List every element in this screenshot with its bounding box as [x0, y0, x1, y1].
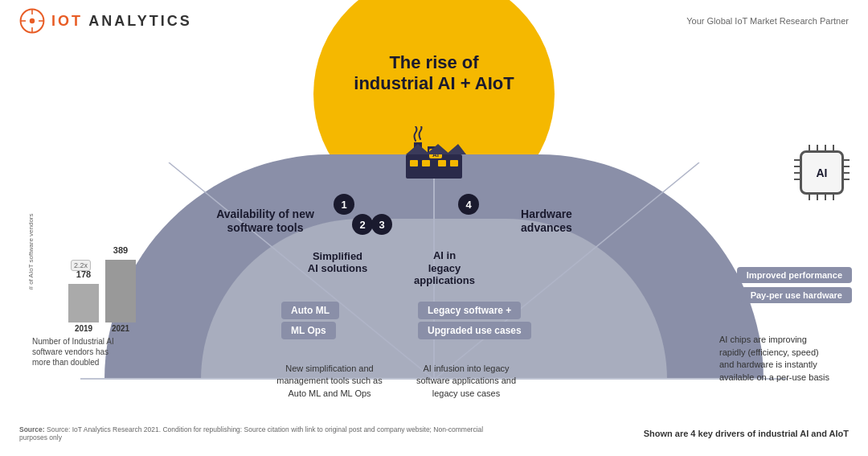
main-title: The rise of industrial AI + AIoT: [321, 52, 547, 95]
legacy-tag: Legacy software +: [418, 302, 521, 319]
automl-tag: Auto ML: [281, 302, 339, 319]
hardware-desc: AI chips are improvingrapidly (efficienc…: [719, 334, 856, 384]
badge-1: 1: [334, 194, 354, 215]
ai-chip-icon: AI: [800, 150, 844, 195]
section2-desc: New simplification andmanagement tools s…: [265, 363, 394, 400]
main-area: The rise of industrial AI + AIoT AI: [0, 38, 868, 448]
section1-label: Availability of newsoftware tools: [201, 207, 330, 235]
svg-rect-12: [450, 160, 458, 166]
title-line1: The rise of: [389, 52, 478, 72]
svg-rect-11: [438, 160, 446, 166]
logo-area: IOT ANALYTICS: [19, 8, 192, 34]
logo-icon: [19, 8, 45, 34]
bar2-value: 389: [105, 245, 136, 255]
section2-label: SimplifiedAI solutions: [285, 250, 390, 275]
bar2-year: 2021: [105, 324, 136, 333]
footer-note: Shown are 4 key drivers of industrial AI…: [644, 429, 849, 438]
badge-2: 2: [352, 214, 373, 235]
ai-chip-area: AI: [800, 150, 844, 199]
chart-desc: Number of Industrial AIsoftware vendors …: [24, 336, 185, 368]
section3-desc: AI infusion into legacysoftware applicat…: [402, 363, 530, 400]
svg-marker-15: [406, 144, 430, 154]
ai-chip-text: AI: [817, 166, 828, 179]
title-line2: industrial AI + AIoT: [354, 73, 514, 93]
svg-point-1: [30, 18, 35, 23]
section4-label: Hardwareadvances: [498, 207, 595, 235]
mlops-tag: ML Ops: [281, 322, 336, 339]
section3-label: AI inlegacyapplications: [392, 249, 497, 287]
upgraded-tag: Upgraded use cases: [418, 322, 531, 339]
svg-marker-17: [446, 144, 466, 154]
payper-tag: Pay-per use hardware: [741, 287, 852, 303]
improved-tag: Improved performance: [737, 267, 852, 283]
footer: Source: Source: IoT Analytics Research 2…: [19, 425, 849, 442]
svg-rect-9: [410, 160, 418, 166]
y-axis-label: # of AIoT software vendors: [27, 234, 35, 290]
factory-icon: AI: [402, 126, 466, 183]
tagline: Your Global IoT Market Research Partner: [686, 16, 849, 26]
growth-badge: 2.2x: [71, 260, 91, 271]
bar1-year: 2019: [68, 324, 99, 333]
badge-4: 4: [458, 194, 479, 215]
bar-chart-area: # of AIoT software vendors 178 2.2x 389 …: [24, 258, 185, 368]
svg-rect-10: [422, 160, 430, 166]
source-text: Source: Source: IoT Analytics Research 2…: [19, 425, 502, 442]
logo-text: IOT ANALYTICS: [51, 13, 192, 30]
badge-3: 3: [371, 214, 392, 235]
